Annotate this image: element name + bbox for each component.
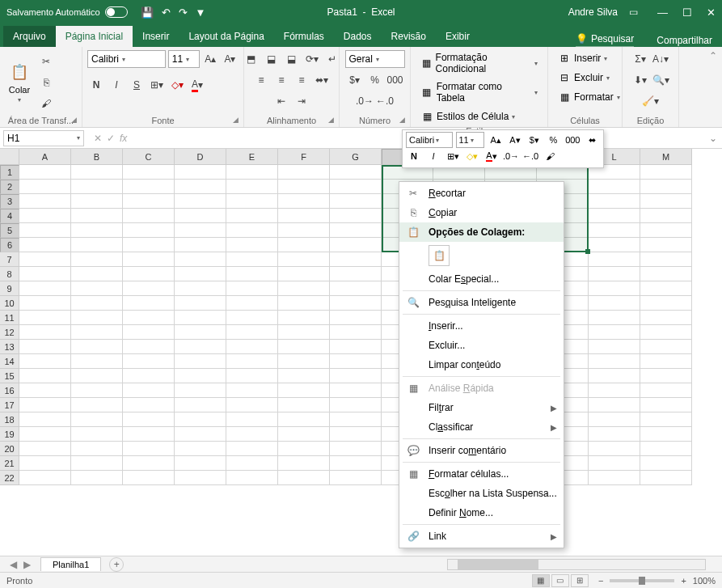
collapse-ribbon-icon[interactable]: ⌃ <box>704 47 722 127</box>
mini-percent-icon[interactable]: % <box>546 132 562 148</box>
cell[interactable] <box>640 442 692 456</box>
decrease-indent-icon[interactable]: ⇤ <box>272 92 290 110</box>
format-cells-button[interactable]: ▦Formatar▾ <box>553 89 625 105</box>
row-header[interactable]: 1 <box>0 165 19 180</box>
row-header[interactable]: 21 <box>0 456 19 471</box>
dialog-launcher-icon[interactable]: ◢ <box>399 116 405 124</box>
cell[interactable] <box>226 209 278 223</box>
ctx-link[interactable]: 🔗Link▶ <box>399 527 564 546</box>
cell[interactable] <box>175 223 226 238</box>
mini-decimal-dec-icon[interactable]: ←.0 <box>522 148 538 164</box>
tab-formulas[interactable]: Fórmulas <box>274 26 334 47</box>
ctx-delete[interactable]: Excluir... <box>399 336 564 355</box>
cell[interactable] <box>123 340 175 354</box>
cell[interactable] <box>175 354 226 369</box>
row-header[interactable]: 5 <box>0 223 19 238</box>
cell[interactable] <box>175 238 226 252</box>
cell[interactable] <box>640 238 692 252</box>
cell[interactable] <box>278 456 330 471</box>
mini-italic-button[interactable]: I <box>425 148 441 164</box>
dialog-launcher-icon[interactable]: ◢ <box>328 116 334 124</box>
cell[interactable] <box>278 340 330 354</box>
cell[interactable] <box>589 427 640 442</box>
cell[interactable] <box>226 369 278 383</box>
font-name-select[interactable]: Calibri▾ <box>87 50 166 68</box>
qat-customize-icon[interactable]: ▼ <box>196 6 206 19</box>
fill-color-icon[interactable]: ◇▾ <box>168 76 186 94</box>
row-header[interactable]: 15 <box>0 369 19 383</box>
cell[interactable] <box>123 442 175 456</box>
cell[interactable] <box>19 296 71 311</box>
cell[interactable] <box>640 223 692 238</box>
delete-cells-button[interactable]: ⊟Excluir▾ <box>553 70 614 86</box>
cell[interactable] <box>175 427 226 442</box>
cell[interactable] <box>589 456 640 471</box>
cell[interactable] <box>278 354 330 369</box>
increase-font-icon[interactable]: A▴ <box>202 50 219 68</box>
tab-insert[interactable]: Inserir <box>133 26 179 47</box>
cell[interactable] <box>278 296 330 311</box>
cell[interactable] <box>278 471 330 485</box>
row-header[interactable]: 20 <box>0 442 19 456</box>
cell[interactable] <box>640 383 692 398</box>
toggle-icon[interactable] <box>105 6 128 18</box>
cell[interactable] <box>175 311 226 325</box>
sheet-nav-prev-icon[interactable]: ◀ <box>10 559 17 570</box>
cell[interactable] <box>123 369 175 383</box>
cell[interactable] <box>278 427 330 442</box>
row-header[interactable]: 18 <box>0 412 19 427</box>
ctx-cut[interactable]: ✂Recortar <box>399 184 564 203</box>
mini-font-color-icon[interactable]: A▾ <box>483 148 500 164</box>
cell[interactable] <box>278 194 330 209</box>
mini-decrease-font-icon[interactable]: A▾ <box>507 132 523 148</box>
cell[interactable] <box>71 209 123 223</box>
cell[interactable] <box>330 340 382 354</box>
decrease-decimal-icon[interactable]: ←.0 <box>376 92 394 110</box>
cell[interactable] <box>175 281 226 296</box>
cell[interactable] <box>71 412 123 427</box>
increase-decimal-icon[interactable]: .0→ <box>356 92 374 110</box>
cell[interactable] <box>640 209 692 223</box>
cell[interactable] <box>589 194 640 209</box>
cell[interactable] <box>123 354 175 369</box>
zoom-out-button[interactable]: − <box>598 576 603 586</box>
cell[interactable] <box>226 325 278 340</box>
cell[interactable] <box>175 267 226 281</box>
cell[interactable] <box>226 427 278 442</box>
cell[interactable] <box>330 311 382 325</box>
cell[interactable] <box>330 398 382 412</box>
cell[interactable] <box>19 427 71 442</box>
cell[interactable] <box>175 456 226 471</box>
cell[interactable] <box>175 412 226 427</box>
column-header[interactable]: G <box>330 149 382 165</box>
cell[interactable] <box>123 209 175 223</box>
ctx-copy[interactable]: ⎘Copiar <box>399 203 564 222</box>
row-header[interactable]: 12 <box>0 325 19 340</box>
cell[interactable] <box>175 442 226 456</box>
cell[interactable] <box>640 412 692 427</box>
cell[interactable] <box>71 340 123 354</box>
cell[interactable] <box>640 354 692 369</box>
cell[interactable] <box>71 296 123 311</box>
cell[interactable] <box>19 471 71 485</box>
tab-layout[interactable]: Layout da Página <box>179 26 273 47</box>
cell[interactable] <box>330 412 382 427</box>
ctx-paste-special[interactable]: Colar Especial... <box>399 269 564 289</box>
select-all-corner[interactable] <box>0 149 19 165</box>
underline-button[interactable]: S <box>128 76 146 94</box>
cell[interactable] <box>589 442 640 456</box>
dialog-launcher-icon[interactable]: ◢ <box>71 116 77 124</box>
align-top-icon[interactable]: ⬒ <box>243 50 260 68</box>
find-select-icon[interactable]: 🔍▾ <box>652 71 669 89</box>
close-icon[interactable]: ✕ <box>707 6 716 19</box>
cell[interactable] <box>330 369 382 383</box>
cell[interactable] <box>123 223 175 238</box>
cell[interactable] <box>278 311 330 325</box>
cell[interactable] <box>175 340 226 354</box>
currency-icon[interactable]: $▾ <box>346 71 364 89</box>
cell[interactable] <box>226 354 278 369</box>
ctx-define-name[interactable]: Definir Nome... <box>399 503 564 522</box>
cell[interactable] <box>123 296 175 311</box>
cell[interactable] <box>123 238 175 252</box>
save-icon[interactable]: 💾 <box>141 6 154 19</box>
